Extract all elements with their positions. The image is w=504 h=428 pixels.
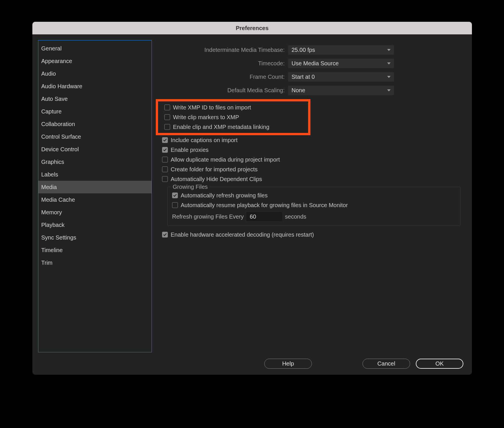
label-hw-decode: Enable hardware accelerated decoding (re… (171, 231, 314, 238)
sidebar-item-trim[interactable]: Trim (38, 256, 151, 269)
label-timecode: Timecode: (158, 60, 288, 67)
label-hide-dep: Automatically Hide Dependent Clips (171, 176, 262, 182)
sidebar-item-media-cache[interactable]: Media Cache (38, 193, 151, 206)
checkbox-xmp-id[interactable] (164, 105, 170, 110)
checkbox-auto-refresh[interactable] (172, 193, 178, 198)
label-scaling: Default Media Scaling: (158, 87, 288, 94)
row-captions: Include captions on import (158, 135, 463, 145)
row-framecount: Frame Count: Start at 0 (158, 72, 463, 82)
sidebar-item-labels[interactable]: Labels (38, 168, 151, 181)
checkbox-hide-dep[interactable] (162, 176, 168, 182)
checkbox-duplicate[interactable] (162, 157, 168, 162)
label-refresh-pre: Refresh growing Files Every (172, 213, 244, 220)
sidebar-item-playback[interactable]: Playback (38, 219, 151, 231)
select-timecode[interactable]: Use Media Source (288, 59, 394, 68)
select-timebase-value: 25.00 fps (292, 47, 315, 53)
label-auto-resume: Automatically resume playback for growin… (181, 202, 348, 209)
row-xmp-id: Write XMP ID to files on import (158, 103, 308, 112)
checkbox-xmp-linking[interactable] (164, 124, 170, 130)
sidebar-item-sync-settings[interactable]: Sync Settings (38, 231, 151, 244)
select-framecount[interactable]: Start at 0 (288, 72, 394, 82)
titlebar: Preferences (32, 22, 472, 34)
select-scaling-value: None (292, 87, 305, 94)
sidebar-item-device-control[interactable]: Device Control (38, 143, 151, 156)
fieldset-growing-files: Growing Files Automatically refresh grow… (167, 187, 460, 226)
chevron-down-icon (387, 49, 391, 51)
content-area: GeneralAppearanceAudioAudio HardwareAuto… (32, 34, 472, 352)
checkbox-folder[interactable] (162, 166, 168, 172)
row-hide-dep: Automatically Hide Dependent Clips (158, 174, 463, 184)
checkbox-group: Write XMP ID to files on import Write cl… (158, 99, 463, 239)
row-folder: Create folder for imported projects (158, 164, 463, 174)
preferences-window: Preferences GeneralAppearanceAudioAudio … (32, 22, 472, 375)
chevron-down-icon (387, 76, 391, 78)
checkbox-captions[interactable] (162, 137, 168, 143)
label-folder: Create folder for imported projects (171, 166, 257, 173)
label-proxies: Enable proxies (171, 147, 208, 153)
sidebar-item-capture[interactable]: Capture (38, 105, 151, 118)
sidebar-item-memory[interactable]: Memory (38, 206, 151, 219)
label-clip-markers: Write clip markers to XMP (173, 114, 239, 121)
label-duplicate: Allow duplicate media during project imp… (171, 156, 280, 163)
label-auto-refresh: Automatically refresh growing files (181, 192, 267, 199)
label-xmp-linking: Enable clip and XMP metadata linking (173, 124, 269, 130)
chevron-down-icon (387, 89, 391, 91)
check-icon (163, 233, 167, 237)
row-timecode: Timecode: Use Media Source (158, 59, 463, 68)
checkbox-clip-markers[interactable] (164, 114, 170, 120)
ok-button[interactable]: OK (416, 359, 463, 369)
sidebar-item-media[interactable]: Media (38, 181, 151, 193)
row-proxies: Enable proxies (158, 145, 463, 155)
select-timebase[interactable]: 25.00 fps (288, 45, 394, 55)
sidebar-item-audio[interactable]: Audio (38, 67, 151, 80)
sidebar-item-control-surface[interactable]: Control Surface (38, 130, 151, 143)
window-title: Preferences (236, 25, 269, 32)
checkbox-proxies[interactable] (162, 147, 168, 153)
sidebar-item-collaboration[interactable]: Collaboration (38, 118, 151, 130)
check-icon (173, 193, 177, 197)
label-timebase: Indeterminate Media Timebase: (158, 47, 288, 53)
checkbox-auto-resume[interactable] (172, 202, 178, 208)
row-refresh-interval: Refresh growing Files Every seconds (172, 210, 456, 221)
label-captions: Include captions on import (171, 137, 237, 144)
label-framecount: Frame Count: (158, 74, 288, 80)
row-auto-resume: Automatically resume playback for growin… (172, 200, 456, 210)
help-button[interactable]: Help (264, 359, 312, 369)
check-icon (163, 148, 167, 152)
row-xmp-linking: Enable clip and XMP metadata linking (158, 122, 308, 132)
sidebar-item-appearance[interactable]: Appearance (38, 55, 151, 67)
highlight-annotation: Write XMP ID to files on import Write cl… (156, 99, 310, 135)
checkbox-hw-decode[interactable] (162, 232, 168, 237)
sidebar-item-general[interactable]: General (38, 42, 151, 55)
sidebar-item-auto-save[interactable]: Auto Save (38, 93, 151, 105)
select-framecount-value: Start at 0 (292, 74, 315, 80)
label-refresh-post: seconds (285, 213, 306, 220)
sidebar: GeneralAppearanceAudioAudio HardwareAuto… (38, 40, 152, 352)
row-clip-markers: Write clip markers to XMP (158, 112, 308, 122)
cancel-button[interactable]: Cancel (363, 359, 410, 369)
row-duplicate: Allow duplicate media during project imp… (158, 155, 463, 164)
sidebar-item-audio-hardware[interactable]: Audio Hardware (38, 80, 151, 93)
footer: Help Cancel OK (32, 352, 472, 375)
row-timebase: Indeterminate Media Timebase: 25.00 fps (158, 45, 463, 55)
select-timecode-value: Use Media Source (292, 60, 339, 67)
legend-growing: Growing Files (171, 184, 209, 190)
label-xmp-id: Write XMP ID to files on import (173, 104, 251, 111)
check-icon (163, 138, 167, 142)
input-refresh-seconds[interactable] (247, 212, 282, 221)
sidebar-item-graphics[interactable]: Graphics (38, 156, 151, 168)
chevron-down-icon (387, 62, 391, 64)
row-scaling: Default Media Scaling: None (158, 86, 463, 95)
row-auto-refresh: Automatically refresh growing files (172, 191, 456, 200)
row-hw-decode: Enable hardware accelerated decoding (re… (158, 230, 463, 239)
select-scaling[interactable]: None (288, 86, 394, 95)
sidebar-item-timeline[interactable]: Timeline (38, 244, 151, 256)
main-panel: Indeterminate Media Timebase: 25.00 fps … (158, 40, 466, 352)
